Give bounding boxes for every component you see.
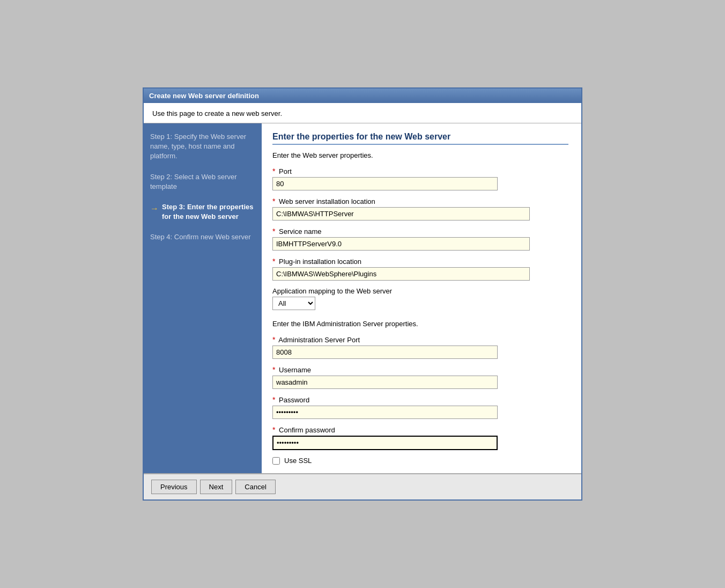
sidebar-step-2-label: Step 2: Select a Web server template bbox=[150, 173, 237, 190]
password-input[interactable] bbox=[272, 406, 498, 419]
plugin-location-input[interactable] bbox=[272, 267, 530, 281]
plugin-location-required-star: * bbox=[272, 257, 275, 266]
username-field-group: * Username bbox=[272, 365, 568, 389]
service-name-required-star: * bbox=[272, 227, 275, 236]
main-area: Step 1: Specify the Web server name, typ… bbox=[144, 123, 581, 473]
admin-port-required-star: * bbox=[272, 335, 275, 344]
username-required-star: * bbox=[272, 365, 275, 374]
sidebar-step-3-label: Step 3: Enter the properties for the new… bbox=[162, 202, 255, 222]
use-ssl-checkbox[interactable] bbox=[272, 457, 280, 465]
service-name-field-group: * Service name bbox=[272, 227, 568, 251]
plugin-location-label: * Plug-in installation location bbox=[272, 257, 568, 266]
sidebar-step-3-row: → Step 3: Enter the properties for the n… bbox=[150, 202, 255, 222]
port-input[interactable] bbox=[272, 177, 498, 190]
confirm-password-label: * Confirm password bbox=[272, 425, 568, 434]
sidebar-step-1-label: Step 1: Specify the Web server name, typ… bbox=[150, 133, 246, 160]
window-body: Use this page to create a new web server… bbox=[144, 103, 581, 499]
confirm-password-input[interactable] bbox=[272, 436, 498, 450]
server-props-desc: Enter the Web server properties. bbox=[272, 151, 568, 159]
step3-arrow-icon: → bbox=[150, 203, 159, 215]
window-title: Create new Web server definition bbox=[149, 92, 259, 100]
main-window: Create new Web server definition Use thi… bbox=[143, 87, 582, 501]
password-field-group: * Password bbox=[272, 395, 568, 419]
sidebar-step-3: → Step 3: Enter the properties for the n… bbox=[150, 202, 255, 222]
password-label: * Password bbox=[272, 395, 568, 404]
service-name-label: * Service name bbox=[272, 227, 568, 236]
section-header: Enter the properties for the new Web ser… bbox=[272, 132, 568, 145]
title-bar: Create new Web server definition bbox=[144, 89, 581, 103]
next-button[interactable]: Next bbox=[200, 480, 233, 494]
install-location-field-group: * Web server installation location bbox=[272, 197, 568, 220]
ibm-admin-desc: Enter the IBM Administration Server prop… bbox=[272, 320, 568, 328]
footer: Previous Next Cancel bbox=[144, 473, 581, 499]
sidebar-step-4: Step 4: Confirm new Web server bbox=[150, 232, 255, 242]
port-field-group: * Port bbox=[272, 167, 568, 190]
sidebar-step-2: Step 2: Select a Web server template bbox=[150, 172, 255, 192]
password-required-star: * bbox=[272, 395, 275, 404]
install-location-required-star: * bbox=[272, 197, 275, 205]
sidebar-step-1: Step 1: Specify the Web server name, typ… bbox=[150, 132, 255, 161]
intro-text: Use this page to create a new web server… bbox=[144, 103, 581, 123]
cancel-button[interactable]: Cancel bbox=[235, 480, 275, 494]
sidebar-step-4-label: Step 4: Confirm new Web server bbox=[150, 233, 251, 241]
admin-port-field-group: * Administration Server Port bbox=[272, 335, 568, 359]
use-ssl-label: Use SSL bbox=[284, 457, 312, 465]
port-required-star: * bbox=[272, 167, 275, 175]
username-input[interactable] bbox=[272, 376, 498, 389]
app-mapping-select[interactable]: All None bbox=[272, 297, 315, 310]
admin-port-label: * Administration Server Port bbox=[272, 335, 568, 344]
previous-button[interactable]: Previous bbox=[151, 480, 197, 494]
content-panel: Enter the properties for the new Web ser… bbox=[262, 123, 581, 473]
app-mapping-label: Application mapping to the Web server bbox=[272, 287, 568, 295]
port-label: * Port bbox=[272, 167, 568, 175]
sidebar: Step 1: Specify the Web server name, typ… bbox=[144, 123, 262, 473]
service-name-input[interactable] bbox=[272, 237, 530, 251]
use-ssl-row: Use SSL bbox=[272, 457, 568, 465]
confirm-password-field-group: * Confirm password bbox=[272, 425, 568, 450]
confirm-password-required-star: * bbox=[272, 425, 275, 434]
install-location-input[interactable] bbox=[272, 207, 530, 220]
plugin-location-field-group: * Plug-in installation location bbox=[272, 257, 568, 281]
install-location-label: * Web server installation location bbox=[272, 197, 568, 205]
admin-port-input[interactable] bbox=[272, 346, 498, 359]
app-mapping-field-group: Application mapping to the Web server Al… bbox=[272, 287, 568, 310]
username-label: * Username bbox=[272, 365, 568, 374]
